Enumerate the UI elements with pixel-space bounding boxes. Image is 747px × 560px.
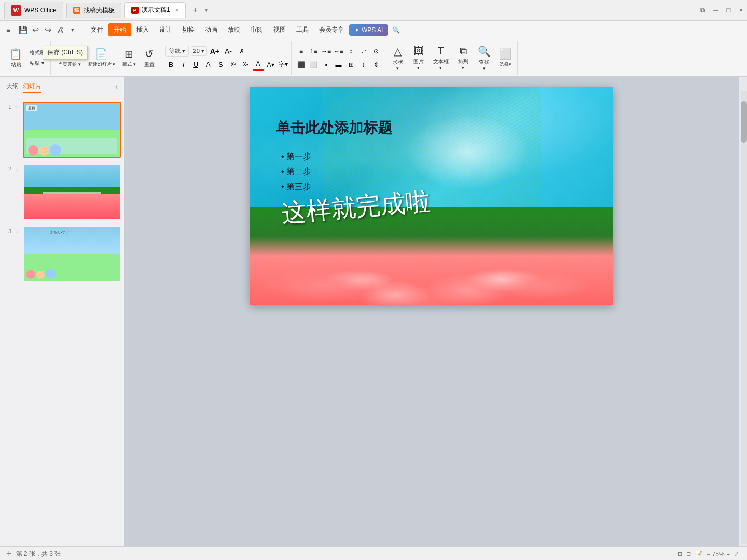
convert-btn[interactable]: ⇌ [358, 46, 369, 57]
slide-item-3[interactable]: 3 ☆ まちん•サデー [2, 225, 122, 283]
font-size-up-btn[interactable]: A+ [209, 46, 220, 57]
slide-canvas[interactable]: 单击此处添加标题 第一步 第二步 第三步 这样就完成啦 [250, 87, 613, 305]
view-normal-btn[interactable]: ⊞ [677, 551, 682, 557]
menu-member[interactable]: 会员专享 [314, 23, 349, 36]
slide-thumb-3[interactable]: まちん•サデー [23, 226, 121, 282]
zoom-out-btn[interactable]: − [707, 551, 710, 557]
menu-animation[interactable]: 动画 [200, 23, 223, 36]
menu-file[interactable]: 文件 [86, 23, 108, 36]
decrease-indent-btn[interactable]: ←≡ [333, 46, 344, 57]
align-left-btn[interactable]: ⬛ [296, 59, 307, 71]
picture-btn[interactable]: 🖼 图片 ▾ [409, 44, 428, 73]
save-tooltip: 保存 (Ctrl+S) [43, 46, 88, 60]
tab-dropdown-icon[interactable]: ▾ [205, 7, 208, 14]
slide-title-placeholder[interactable]: 单击此处添加标题 [276, 118, 392, 138]
para-spacing-btn[interactable]: ⇕ [370, 59, 382, 71]
redo-btn[interactable]: ↪ [42, 24, 54, 36]
wps-ai-btn[interactable]: ✦ WPS AI [349, 24, 388, 36]
canvas-area[interactable]: 单击此处添加标题 第一步 第二步 第三步 这样就完成啦 [125, 77, 739, 546]
slide-bullets[interactable]: 第一步 第二步 第三步 [281, 149, 311, 194]
window-minimize-icon[interactable]: ─ [713, 6, 718, 14]
slide-thumb-1[interactable]: 题目 [23, 102, 121, 158]
find-btn[interactable]: 🔍 查找 ▾ [475, 44, 494, 73]
layout-btn[interactable]: ⊞ 版式 ▾ [119, 44, 139, 73]
reset-btn[interactable]: ↺ 重置 [140, 44, 159, 73]
menu-review[interactable]: 审阅 [245, 23, 268, 36]
menu-slideshow[interactable]: 放映 [223, 23, 245, 36]
scrollbar[interactable] [741, 91, 747, 544]
increase-indent-btn[interactable]: →≡ [321, 46, 332, 57]
italic-btn[interactable]: I [178, 59, 189, 71]
font-size-dropdown[interactable]: 20 ▾ [191, 46, 207, 56]
hamburger-menu-btn[interactable]: ≡ [2, 24, 15, 36]
zoom-level: 75% [712, 551, 725, 558]
slide-item-1[interactable]: 1 ☆ 题目 [2, 101, 122, 159]
paste-btn[interactable]: 📋 粘贴 [6, 44, 25, 73]
slides-tab[interactable]: 幻灯片 [23, 82, 42, 93]
align-center-btn[interactable]: ⬜ [308, 59, 320, 71]
find-label: 查找 [479, 59, 489, 66]
quick-access-dropdown[interactable]: ▾ [66, 24, 79, 36]
bold-btn[interactable]: B [165, 59, 177, 71]
smartart-btn[interactable]: ⊙ [370, 46, 382, 57]
numbered-list-btn[interactable]: 1≡ [308, 46, 320, 57]
sparkle-effect [395, 109, 541, 196]
textbox-btn[interactable]: T 文本框 ▾ [430, 44, 452, 73]
zoom-in-btn[interactable]: + [727, 551, 730, 557]
panel-toggle-btn[interactable]: ‹ [115, 82, 118, 93]
align-right-btn[interactable]: ▪ [321, 59, 332, 71]
shape-btn[interactable]: △ 形状 ▾ [389, 44, 407, 73]
tab-add-button[interactable]: + [189, 4, 202, 17]
col-btn[interactable]: ⊞ [345, 59, 357, 71]
tab-presentation[interactable]: P 演示文稿1 × [125, 2, 186, 18]
paste-sub-btn[interactable]: 粘贴 ▾ [26, 59, 48, 68]
menu-design[interactable]: 设计 [154, 23, 177, 36]
slide1-thumb-title: 题目 [26, 105, 37, 111]
tab-template[interactable]: 稿 找稿壳模板 [66, 3, 121, 18]
arrange-btn[interactable]: ⧉ 排列 ▾ [454, 44, 473, 73]
save-tooltip-text: 保存 (Ctrl+S) [47, 49, 83, 56]
outline-tab[interactable]: 大纲 [6, 82, 19, 93]
slide-thumb-2[interactable] [23, 164, 121, 220]
window-close-icon[interactable]: × [739, 6, 743, 14]
justify-btn[interactable]: ▬ [333, 59, 344, 71]
char-spacing-btn[interactable]: 字▾ [278, 59, 289, 71]
undo-btn[interactable]: ↩ [29, 24, 42, 36]
scrollbar-thumb[interactable] [741, 101, 747, 143]
tab-close-icon[interactable]: × [175, 7, 178, 14]
slide-star-2: ☆ [15, 166, 20, 173]
subscript-btn[interactable]: X₂ [240, 59, 252, 71]
font-color-btn[interactable]: A [253, 59, 264, 71]
slide-item-2[interactable]: 2 ☆ [2, 163, 122, 221]
font-size-down-btn[interactable]: A- [223, 46, 234, 57]
save-btn[interactable]: 💾 [17, 24, 29, 36]
menu-tools[interactable]: 工具 [291, 23, 314, 36]
fit-btn[interactable]: ⤢ [734, 551, 739, 557]
print-btn[interactable]: 🖨 [54, 24, 66, 36]
clear-format-btn[interactable]: ✗ [236, 46, 247, 57]
bullet-list-btn[interactable]: ≡ [296, 46, 307, 57]
window-restore-icon[interactable]: ⧉ [700, 6, 705, 15]
menu-transition[interactable]: 切换 [177, 23, 200, 36]
add-slide-btn[interactable]: + [6, 549, 12, 559]
view-notes-btn[interactable]: 📝 [695, 551, 702, 557]
window-maximize-icon[interactable]: □ [727, 6, 731, 14]
strikethrough-btn[interactable]: A [203, 59, 214, 71]
text-direction-btn[interactable]: ↕ [345, 46, 357, 57]
view-sort-btn[interactable]: ⊟ [686, 551, 691, 557]
select-btn[interactable]: ⬜ 选择▾ [496, 44, 515, 73]
menu-insert[interactable]: 插入 [131, 23, 154, 36]
font-name-dropdown[interactable]: 等线 ▾ [165, 46, 189, 57]
menu-view[interactable]: 视图 [268, 23, 291, 36]
tab-wps-office[interactable]: W WPS Office [4, 2, 63, 19]
line-space-btn[interactable]: ↕ [358, 59, 369, 71]
superscript-btn[interactable]: X² [228, 59, 239, 71]
wps-ai-icon: ✦ [354, 26, 359, 34]
search-btn[interactable]: 🔍 [388, 24, 404, 36]
font-highlight-btn[interactable]: A▾ [265, 59, 276, 71]
underline-btn[interactable]: U [190, 59, 202, 71]
shadow-btn[interactable]: S [215, 59, 227, 71]
insert-group: △ 形状 ▾ 🖼 图片 ▾ T 文本框 ▾ ⧉ 排列 ▾ 🔍 查找 [386, 41, 518, 75]
newslide-btn[interactable]: 📄 新建幻灯片 ▾ [85, 44, 119, 73]
menu-start[interactable]: 开始 [108, 23, 131, 36]
